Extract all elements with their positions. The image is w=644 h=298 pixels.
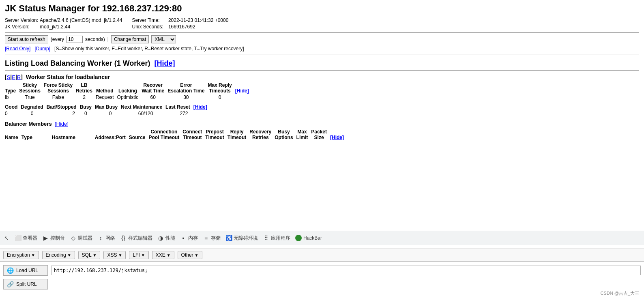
format-select[interactable]: XML JSON HTML bbox=[151, 35, 176, 43]
bm-col-hostname: Hostname bbox=[36, 129, 79, 141]
worker-row-1: lb True False 2 Request Optimistic 60 30… bbox=[5, 94, 252, 101]
server-version-value: Apache/2.4.6 (CentOS) mod_jk/1.2.44 bbox=[40, 17, 124, 24]
worker-row-2: 0 0 2 0 0 60/120 272 bbox=[5, 110, 210, 117]
worker-status-header: [S|E|R] Worker Status for loadbalancer bbox=[5, 74, 639, 80]
worker-e-link[interactable]: E bbox=[12, 74, 15, 80]
row1-error-escalation: 30 bbox=[167, 94, 208, 101]
bm-col-address: Address:Port bbox=[79, 129, 129, 141]
server-info: Server Version: Apache/2.4.6 (CentOS) mo… bbox=[5, 17, 639, 30]
bm-col-conn-pool: ConnectionPool Timeout bbox=[149, 129, 183, 141]
bm-col-type: Type bbox=[21, 129, 36, 141]
worker-r-link[interactable]: R bbox=[17, 74, 21, 80]
server-time-value: 2022-11-23 01:41:32 +0000 bbox=[165, 17, 230, 24]
bm-col-name: Name bbox=[5, 129, 21, 141]
col-hide-1: [Hide] bbox=[235, 82, 252, 94]
bm-col-busy-options: BusyOptions bbox=[275, 129, 296, 141]
bm-col-max-limit: MaxLimit bbox=[296, 129, 311, 141]
page-title: JK Status Manager for 192.168.237.129:80 bbox=[5, 3, 639, 14]
worker-table-1: Type StickySessions Force StickySessions… bbox=[5, 82, 252, 101]
col-method: Method bbox=[96, 82, 117, 94]
row1-force-sticky: False bbox=[44, 94, 76, 101]
row1-max-reply: 0 bbox=[208, 94, 235, 101]
bm-col-recovery-retries: RecoveryRetries bbox=[249, 129, 275, 141]
unix-seconds-label: Unix Seconds: bbox=[124, 24, 165, 30]
section-title-text: Listing Load Balancing Worker (1 Worker) bbox=[5, 59, 150, 67]
bm-col-reply: ReplyTimeout bbox=[228, 129, 249, 141]
server-version-label: Server Version: bbox=[5, 17, 40, 24]
action-description: [S=Show only this worker, E=Edit worker,… bbox=[54, 46, 244, 51]
col-lb-retries: LBRetries bbox=[76, 82, 96, 94]
divider-1 bbox=[5, 32, 639, 33]
balancer-members-table: Name Type Hostname Address:Port Source C… bbox=[5, 129, 347, 141]
col2-busy: Busy bbox=[80, 104, 95, 110]
jk-version-value: mod_jk/1.2.44 bbox=[40, 24, 124, 30]
balancer-members-header: Balancer Members [Hide] bbox=[5, 121, 639, 127]
row2-busy: 0 bbox=[80, 110, 95, 117]
balancer-members-title: Balancer Members bbox=[5, 121, 52, 127]
server-time-label: Server Time: bbox=[124, 17, 165, 24]
row2-good: 0 bbox=[5, 110, 21, 117]
row1-method: Request bbox=[96, 94, 117, 101]
bm-col-hide: [Hide] bbox=[330, 129, 347, 141]
col2-bad-stopped: Bad/Stopped bbox=[47, 104, 80, 110]
bm-hide-link[interactable]: [Hide] bbox=[330, 135, 344, 140]
row2-last-reset: 272 bbox=[165, 110, 193, 117]
row2-next-maintenance: 60/120 bbox=[121, 110, 165, 117]
col-recover-wait: RecoverWait Time bbox=[142, 82, 167, 94]
balancer-hide-link[interactable]: [Hide] bbox=[55, 121, 69, 127]
col2-next-maintenance: Next Maintenance bbox=[121, 104, 165, 110]
col-max-reply: Max ReplyTimeouts bbox=[208, 82, 235, 94]
worker-table-2: Good Degraded Bad/Stopped Busy Max Busy … bbox=[5, 104, 210, 117]
seconds-label: seconds) bbox=[85, 36, 105, 42]
col2-max-busy: Max Busy bbox=[95, 104, 121, 110]
start-auto-refresh-button[interactable]: Start auto refresh bbox=[5, 35, 48, 43]
col2-degraded: Degraded bbox=[21, 104, 46, 110]
col-locking: Locking bbox=[117, 82, 142, 94]
table2-hide-link[interactable]: [Hide] bbox=[193, 104, 207, 110]
divider-3 bbox=[5, 70, 639, 71]
bm-col-packet-size: PacketSize bbox=[311, 129, 330, 141]
col2-last-reset: Last Reset bbox=[165, 104, 193, 110]
row2-degraded: 0 bbox=[21, 110, 46, 117]
bm-col-prepost: PrepostTimeout bbox=[205, 129, 227, 141]
unix-seconds-value: 1669167692 bbox=[165, 24, 230, 30]
col-error-escalation: ErrorEscalation Time bbox=[167, 82, 208, 94]
row1-locking: Optimistic bbox=[117, 94, 142, 101]
toolbar: Start auto refresh (every seconds) | Cha… bbox=[5, 35, 639, 43]
bm-col-connect-timeout: ConnectTimeout bbox=[182, 129, 205, 141]
divider-2 bbox=[5, 54, 639, 54]
section-title: Listing Load Balancing Worker (1 Worker)… bbox=[5, 59, 639, 68]
col-force-sticky: Force StickySessions bbox=[44, 82, 76, 94]
read-only-link[interactable]: [Read Only] bbox=[5, 46, 30, 51]
row1-type: lb bbox=[5, 94, 19, 101]
bm-col-source: Source bbox=[129, 129, 149, 141]
col-sticky-sessions: StickySessions bbox=[19, 82, 44, 94]
jk-version-label: JK Version: bbox=[5, 24, 40, 30]
lb-hide-link[interactable]: [Hide] bbox=[154, 59, 175, 67]
worker-s-link[interactable]: S bbox=[7, 74, 11, 80]
change-format-button[interactable]: Change format bbox=[111, 35, 149, 43]
row1-sticky: True bbox=[19, 94, 44, 101]
refresh-interval-input[interactable] bbox=[67, 36, 83, 43]
row2-max-busy: 0 bbox=[95, 110, 121, 117]
separator: | bbox=[107, 36, 109, 42]
col2-good: Good bbox=[5, 104, 21, 110]
action-links: [Read Only] [Dump] [S=Show only this wor… bbox=[5, 46, 639, 51]
col-type: Type bbox=[5, 82, 19, 94]
col2-hide: [Hide] bbox=[193, 104, 210, 110]
worker-status-title: Worker Status for loadbalancer bbox=[26, 74, 110, 80]
table1-hide-link[interactable]: [Hide] bbox=[235, 88, 249, 94]
row2-bad-stopped: 2 bbox=[47, 110, 80, 117]
row1-recover-wait: 60 bbox=[142, 94, 167, 101]
every-label: (every bbox=[51, 36, 64, 42]
row1-retries: 2 bbox=[76, 94, 96, 101]
dump-link[interactable]: [Dump] bbox=[34, 46, 50, 51]
